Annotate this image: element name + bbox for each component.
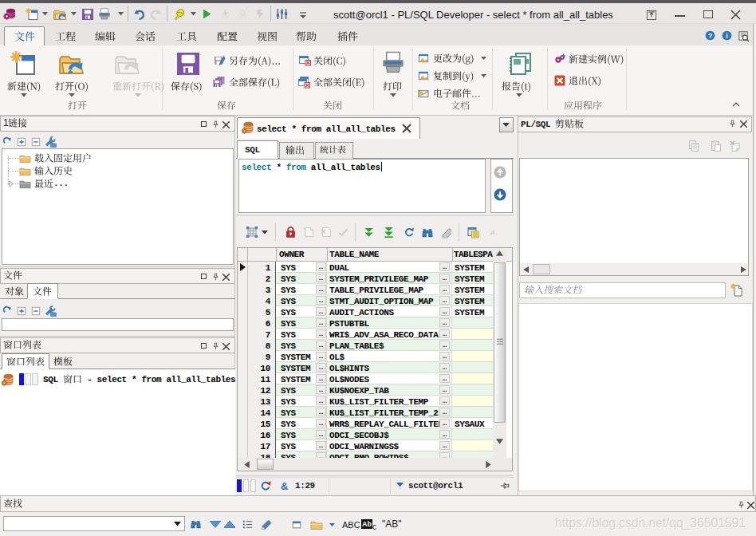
svg-text:i: i: [726, 32, 727, 40]
svg-text:?: ?: [708, 32, 712, 40]
